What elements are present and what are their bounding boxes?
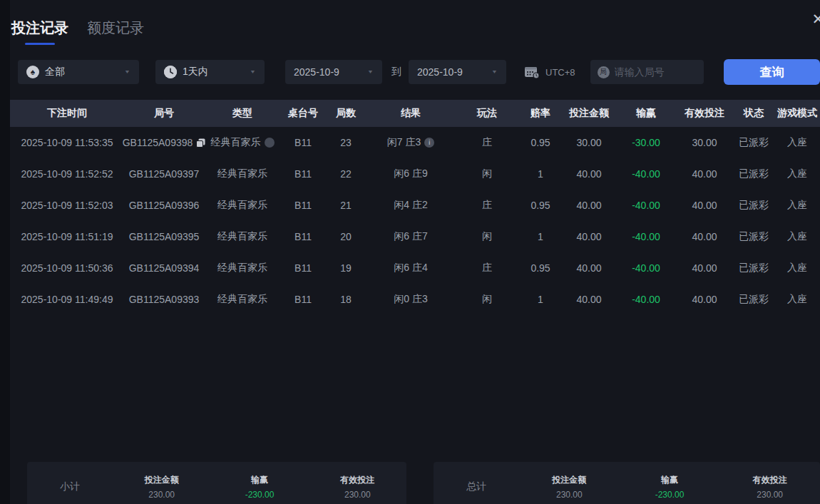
game-type-value: 全部 <box>45 66 65 78</box>
round-search-box: 局 <box>590 60 704 84</box>
date-from-picker[interactable]: 2025-10-9 ▼ <box>285 60 382 84</box>
query-button[interactable]: 查询 <box>724 59 820 85</box>
cell-type: 经典百家乐 <box>204 168 281 180</box>
cell-valid-bet: 40.00 <box>676 200 733 211</box>
total-valid-bet: 有效投注 230.00 <box>719 474 820 500</box>
cell-play: 庄 <box>455 262 519 274</box>
game-type-dropdown[interactable]: ♠ 全部 ▼ <box>18 60 139 84</box>
cell-play: 庄 <box>455 136 519 149</box>
total-panel: 总计 投注金额 230.00 输赢 -230.00 有效投注 230.00 <box>434 462 820 504</box>
subtotal-bet-amount: 投注金额 230.00 <box>113 474 210 500</box>
col-header-type: 类型 <box>204 107 281 120</box>
total-winloss: 输赢 -230.00 <box>620 474 720 500</box>
game-type-name: 经典百家乐 <box>217 262 267 274</box>
filter-bar: ♠ 全部 ▼ 1天内 ▼ 2025-10-9 ▼ 到 2025-10-9 ▼ <box>18 60 820 84</box>
cell-time: 2025-10-09 11:49:49 <box>10 294 124 305</box>
total-label: 总计 <box>434 480 519 493</box>
calendar-icon[interactable] <box>524 65 540 79</box>
col-header-play: 玩法 <box>455 107 519 120</box>
cell-round: GB1125A09397 <box>124 168 204 180</box>
stat-value: 230.00 <box>113 490 210 500</box>
subtotal-panel: 小计 投注金额 230.00 输赢 -230.00 有效投注 230.00 <box>27 462 406 504</box>
cell-round: GB1125A09395 <box>124 231 204 242</box>
cell-bet-amount: 40.00 <box>562 168 616 180</box>
cell-games: 20 <box>325 231 367 242</box>
stat-value: -230.00 <box>210 490 308 500</box>
result-text: 闲7 庄3 <box>387 136 421 149</box>
cell-round: GB1125A09394 <box>124 262 204 274</box>
stat-label: 输赢 <box>210 474 308 486</box>
col-header-valid-bet: 有效投注 <box>676 107 733 120</box>
cell-play: 庄 <box>455 199 519 212</box>
game-type-name: 经典百家乐 <box>217 168 267 180</box>
cell-result: 闲0 庄3 i <box>367 293 455 306</box>
game-type-name: 经典百家乐 <box>217 199 267 212</box>
cell-odds: 1 <box>519 294 562 305</box>
date-to-label: 到 <box>391 66 402 78</box>
cell-bet-amount: 40.00 <box>562 294 616 305</box>
cell-time: 2025-10-09 11:51:19 <box>10 231 124 242</box>
game-type-name: 经典百家乐 <box>211 136 261 149</box>
tab-bet-records[interactable]: 投注记录 <box>11 19 68 45</box>
table-row: 2025-10-09 11:52:03 GB1125A09396 经典百家乐 B… <box>10 190 820 221</box>
cell-result: 闲6 庄9 i <box>367 168 455 180</box>
close-icon[interactable]: ✕ <box>811 11 820 26</box>
date-to-picker[interactable]: 2025-10-9 ▼ <box>409 60 506 84</box>
cell-time: 2025-10-09 11:52:03 <box>10 200 124 211</box>
stat-label: 有效投注 <box>719 474 820 486</box>
cell-game-mode: 入座 <box>774 262 820 274</box>
tab-quota-records[interactable]: 额度记录 <box>87 19 144 45</box>
cell-valid-bet: 40.00 <box>676 262 733 274</box>
stat-value: 230.00 <box>719 490 820 500</box>
time-range-dropdown[interactable]: 1天内 ▼ <box>155 60 265 84</box>
cell-game-mode: 入座 <box>774 199 820 212</box>
result-text: 闲6 庄4 <box>394 262 427 274</box>
background-strip <box>0 0 10 504</box>
game-type-name: 经典百家乐 <box>217 293 267 306</box>
cell-games: 19 <box>325 262 367 274</box>
table-row: 2025-10-09 11:52:52 GB1125A09397 经典百家乐 B… <box>10 158 820 190</box>
cell-time: 2025-10-09 11:50:36 <box>10 262 124 274</box>
cell-games: 23 <box>325 137 367 148</box>
cell-valid-bet: 30.00 <box>676 137 733 148</box>
result-text: 闲0 庄3 <box>394 293 427 306</box>
cell-play: 闲 <box>455 293 519 306</box>
table-row: 2025-10-09 11:51:19 GB1125A09395 经典百家乐 B… <box>10 221 820 252</box>
timezone-label: UTC+8 <box>545 67 575 78</box>
cell-bet-amount: 40.00 <box>562 200 616 211</box>
cell-round: GB1125A09393 <box>124 294 204 305</box>
cell-games: 18 <box>325 294 367 305</box>
subtotal-valid-bet: 有效投注 230.00 <box>309 474 406 500</box>
cell-game-mode: 入座 <box>774 136 820 149</box>
cell-table-no: B11 <box>281 200 325 211</box>
col-header-table-no: 桌台号 <box>281 107 325 120</box>
bet-table: 下注时间 局号 类型 桌台号 局数 结果 玩法 赔率 投注金额 输赢 有效投注 … <box>10 100 820 315</box>
spade-icon: ♠ <box>26 66 39 78</box>
cell-status: 已派彩 <box>733 136 774 149</box>
info-icon[interactable]: i <box>424 138 434 148</box>
col-header-round: 局号 <box>124 107 204 120</box>
cell-status: 已派彩 <box>733 262 774 274</box>
cell-time: 2025-10-09 11:53:35 <box>10 137 124 148</box>
col-header-result: 结果 <box>367 107 455 120</box>
chevron-down-icon: ▼ <box>124 69 130 75</box>
cell-status: 已派彩 <box>733 199 774 212</box>
cell-odds: 1 <box>519 168 562 180</box>
cell-play: 闲 <box>455 168 519 180</box>
cell-odds: 0.95 <box>519 200 562 211</box>
stat-label: 有效投注 <box>309 474 406 486</box>
cell-type: 经典百家乐 <box>204 230 281 243</box>
col-header-bet-amount: 投注金额 <box>562 107 616 120</box>
stat-value: -230.00 <box>620 490 720 500</box>
video-dot-icon[interactable] <box>265 138 275 148</box>
result-text: 闲6 庄9 <box>394 168 427 180</box>
cell-games: 22 <box>325 168 367 180</box>
col-header-game-mode: 游戏模式 <box>774 107 820 120</box>
date-to-value: 2025-10-9 <box>417 66 463 78</box>
col-header-status: 状态 <box>733 107 774 120</box>
time-range-value: 1天内 <box>183 66 208 78</box>
bet-records-modal: 投注记录 额度记录 ✕ ♠ 全部 ▼ 1天内 ▼ 2025-10-9 ▼ 到 2… <box>0 0 820 504</box>
round-number-input[interactable] <box>615 66 697 78</box>
total-bet-amount: 投注金额 230.00 <box>519 474 620 500</box>
cell-type: 经典百家乐 <box>204 136 281 149</box>
